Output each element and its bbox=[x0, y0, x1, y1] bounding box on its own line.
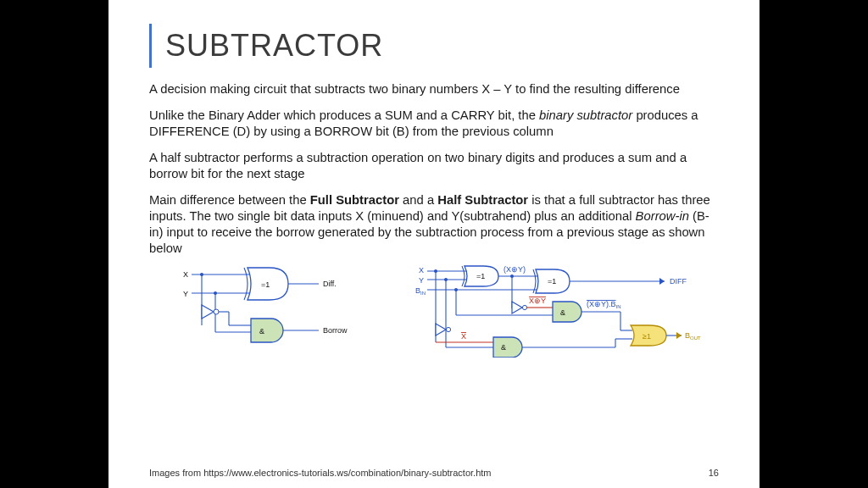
page-title: SUBTRACTOR bbox=[165, 28, 383, 64]
full-subtractor-diagram: X Y BIN =1 (X⊕Y) =1 bbox=[410, 264, 715, 358]
svg-marker-6 bbox=[202, 305, 214, 319]
label-x: X bbox=[183, 270, 188, 279]
label-xbar-y: X⊕Y bbox=[529, 297, 546, 305]
text-italic: Borrow-in bbox=[636, 209, 689, 223]
accent-bar bbox=[149, 24, 152, 68]
gate-and2-label: & bbox=[501, 343, 506, 352]
diagram-row: X Y =1 & Diff. bbox=[149, 264, 719, 358]
svg-point-7 bbox=[214, 309, 219, 314]
svg-marker-43 bbox=[676, 332, 682, 339]
text: Unlike the Binary Adder which produces a… bbox=[149, 108, 539, 122]
label-bout: BOUT bbox=[685, 331, 701, 341]
label-borrow: Borrow bbox=[323, 326, 348, 335]
gate-xor2-label: =1 bbox=[548, 277, 556, 286]
gate-and1-label: & bbox=[560, 308, 565, 317]
label-y: Y bbox=[183, 290, 188, 298]
text-italic: binary subtractor bbox=[539, 108, 632, 122]
slide: SUBTRACTOR A decision making circuit tha… bbox=[108, 0, 760, 488]
svg-marker-27 bbox=[659, 278, 665, 285]
footer: Images from https://www.electronics-tuto… bbox=[149, 468, 719, 478]
label-xy: (X⊕Y) bbox=[504, 265, 526, 274]
gate-or-label: ≥1 bbox=[643, 332, 651, 341]
text-bold: Full Subtractor bbox=[310, 193, 399, 207]
half-subtractor-diagram: X Y =1 & Diff. bbox=[149, 264, 387, 349]
footer-source: Images from https://www.electronics-tuto… bbox=[149, 468, 491, 478]
gate-and-label: & bbox=[259, 327, 264, 336]
body-text: A decision making circuit that subtracts… bbox=[149, 81, 719, 256]
svg-marker-35 bbox=[436, 324, 446, 336]
gate-xor1-label: =1 bbox=[476, 272, 485, 280]
label-prod: (X⊕Y).BIN bbox=[587, 300, 621, 309]
paragraph-1: A decision making circuit that subtracts… bbox=[149, 81, 719, 97]
text: and a bbox=[399, 193, 437, 207]
svg-marker-28 bbox=[512, 302, 522, 313]
paragraph-2: Unlike the Binary Adder which produces a… bbox=[149, 108, 719, 140]
text: Main difference between the bbox=[149, 193, 310, 207]
text-bold: Half Subtractor bbox=[437, 193, 528, 207]
label-bin: BIN bbox=[415, 286, 426, 296]
svg-point-36 bbox=[446, 328, 450, 332]
page-number: 16 bbox=[709, 468, 719, 478]
title-block: SUBTRACTOR bbox=[149, 24, 719, 68]
paragraph-4: Main difference between the Full Subtrac… bbox=[149, 192, 719, 257]
label-x: X bbox=[419, 266, 424, 274]
paragraph-3: A half subtractor performs a subtraction… bbox=[149, 150, 719, 182]
label-diff: Diff. bbox=[323, 280, 337, 288]
label-y: Y bbox=[419, 276, 424, 285]
svg-point-29 bbox=[522, 306, 526, 310]
label-diff: DIFF bbox=[670, 277, 687, 286]
label-xbar: X bbox=[461, 332, 466, 341]
gate-xor-label: =1 bbox=[261, 280, 270, 289]
